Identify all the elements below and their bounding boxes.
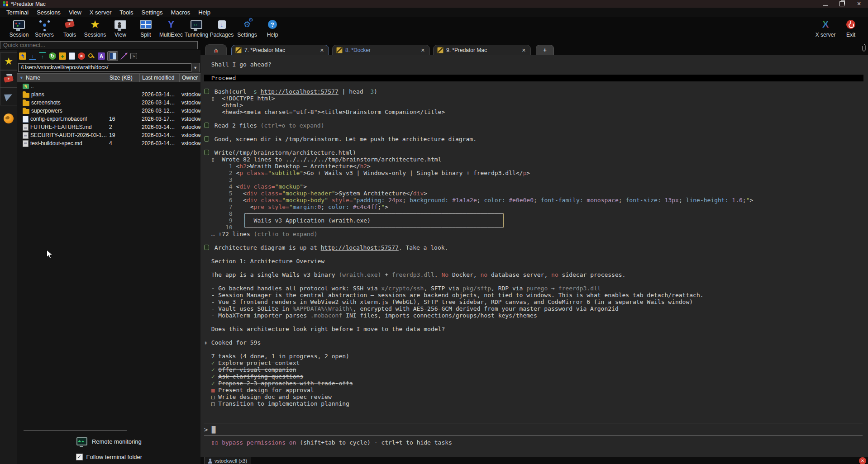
terminal-line: ⏺ Bash(curl -s http://localhost:57577 | … — [204, 88, 868, 95]
file-owner: vstockw — [179, 140, 201, 147]
file-row[interactable]: .. — [17, 82, 201, 90]
maximize-button[interactable] — [839, 1, 844, 6]
home-icon: ⌂ — [214, 47, 218, 53]
encoding-icon[interactable] — [98, 52, 105, 60]
toolbar-packages-button[interactable]: ↓ Packages — [209, 18, 234, 38]
file-icon — [23, 124, 29, 131]
monitor-user-icon — [114, 19, 126, 30]
close-icon[interactable]: ✕ — [319, 47, 325, 53]
file-row[interactable]: superpowers2026-03-12…vstockw — [17, 107, 201, 115]
terminal-line: ✓ Offer visual companion — [204, 366, 868, 373]
checkbox-checked-icon[interactable] — [76, 454, 83, 460]
file-list: ..plans2026-03-14…vstockwscreenshots2026… — [17, 82, 201, 147]
menu-x-server[interactable]: X server — [90, 9, 111, 16]
close-icon[interactable]: ✕ — [521, 47, 527, 53]
close-terminal-button[interactable]: ✕ — [859, 457, 866, 464]
sidebar-tab-sessions[interactable]: ★ — [0, 52, 17, 70]
tab-7-predator-mac[interactable]: 7. *Predator Mac ✕ — [231, 45, 329, 55]
toolbar-tunneling-button[interactable]: Tunneling — [184, 18, 209, 38]
power-icon — [846, 19, 855, 30]
file-row[interactable]: SECURITY-AUDIT-2026-03-1…192026-03-14…vs… — [17, 131, 201, 139]
toolbar-multiexec-button[interactable]: Y MultiExec — [158, 18, 184, 38]
minimize-button[interactable] — [823, 2, 828, 6]
file-row[interactable]: test-buildout-spec.md42026-03-14…vstockw — [17, 139, 201, 147]
file-owner: vstockw — [179, 99, 201, 106]
terminal-line: ⏺ Good, screen dir is /tmp/brainstorm. L… — [204, 136, 868, 142]
terminal-line: 1 <h2>Wraith Desktop — Architecture</h2> — [204, 163, 868, 170]
terminal-line: ⏺ Architecture diagram is up at http://l… — [204, 244, 868, 251]
close-icon[interactable]: ✕ — [420, 47, 426, 53]
menu-terminal[interactable]: Terminal — [6, 9, 29, 16]
terminal-line — [204, 265, 868, 271]
menu-macros[interactable]: Macros — [171, 9, 191, 16]
upload-icon[interactable] — [39, 52, 46, 60]
toolbar-help-button[interactable]: ? Help — [260, 18, 285, 38]
toolbar-view-button[interactable]: View — [108, 18, 133, 38]
toolbar-settings-button[interactable]: ⚙ Settings — [234, 18, 260, 38]
menu-view[interactable]: View — [69, 9, 81, 16]
terminal-prompt[interactable]: > █ — [204, 423, 868, 436]
file-row[interactable]: FUTURE-FEATURES.md22026-03-14…vstockw — [17, 123, 201, 131]
tab-8-docker[interactable]: 8. *Docker ✕ — [332, 45, 430, 55]
terminal-selection-line: Proceed — [204, 75, 863, 81]
new-tab-button[interactable] — [536, 45, 554, 55]
sidebar-tab-tools[interactable] — [0, 70, 17, 88]
toolbar-tools-button[interactable]: Tools — [57, 18, 82, 38]
paperclip-icon[interactable] — [862, 44, 868, 55]
sidebar-tab-macros[interactable] — [0, 88, 17, 105]
tab-9-predator-mac[interactable]: 9. *Predator Mac ✕ — [433, 45, 531, 55]
toolbar-exit-button[interactable]: Exit — [838, 18, 863, 38]
parent-folder-icon[interactable] — [19, 52, 26, 60]
toolbar-sessions-button[interactable]: ★ Sessions — [82, 18, 108, 38]
close-button[interactable]: ✕ — [856, 1, 862, 7]
refresh-icon[interactable] — [49, 52, 56, 60]
menu-tools[interactable]: Tools — [119, 9, 133, 16]
toolbar-split-button[interactable]: Split — [133, 18, 158, 38]
terminal-line: Does this architecture look right before… — [204, 326, 868, 332]
toolbar-session-button[interactable]: Session — [6, 18, 32, 38]
remote-monitoring[interactable]: Remote monitoring — [17, 437, 201, 445]
column-modified[interactable]: Last modified — [139, 74, 179, 82]
tunneling-monitor-icon — [191, 19, 202, 30]
terminal-output: Shall I go ahead? Proceed ⏺ Bash(curl -s… — [200, 55, 868, 423]
toolbar-x-server-button[interactable]: X X server — [813, 18, 838, 38]
follow-terminal-folder[interactable]: Follow terminal folder — [17, 454, 201, 460]
column-size[interactable]: Size (KB) — [107, 74, 139, 82]
file-icon — [23, 132, 29, 139]
terminal[interactable]: Shall I go ahead? Proceed ⏺ Bash(curl -s… — [200, 55, 868, 457]
menu-settings[interactable]: Settings — [142, 9, 163, 16]
split-view-icon[interactable] — [108, 52, 118, 61]
file-row[interactable]: config-export.mobaconf162026-03-17…vstoc… — [17, 115, 201, 123]
column-name[interactable]: ▼Name — [17, 74, 107, 82]
globe-icon[interactable] — [4, 114, 14, 123]
path-dropdown-button[interactable]: ▼ — [191, 63, 200, 72]
file-icon — [23, 116, 29, 123]
divider — [204, 436, 863, 436]
path-input[interactable]: /Users/vstockwell/repos/wraith/docs/ — [18, 63, 191, 72]
sftp-file-panel: /Users/vstockwell/repos/wraith/docs/ ▼ ▼… — [17, 50, 201, 464]
new-folder-icon[interactable] — [59, 52, 66, 60]
terminal-line — [204, 68, 868, 75]
menu-sessions[interactable]: Sessions — [37, 9, 61, 16]
magic-wand-icon[interactable] — [120, 52, 128, 60]
file-row[interactable]: plans2026-03-14…vstockw — [17, 90, 201, 99]
terminal-line: 5 <div class="mockup-header">System Arch… — [204, 190, 868, 197]
file-row[interactable]: screenshots2026-03-14…vstockw — [17, 99, 201, 107]
terminal-line: ✳ Cooked for 59s — [204, 339, 868, 346]
file-toolbar — [17, 50, 201, 62]
download-icon[interactable] — [29, 52, 36, 60]
divider — [24, 431, 127, 431]
monitoring-icon — [76, 437, 87, 445]
open-terminal-icon[interactable] — [130, 53, 137, 59]
home-tab[interactable]: ⌂ — [205, 44, 227, 55]
column-owner[interactable]: Owner — [179, 74, 201, 82]
main-toolbar: Session Servers Tools ★ Sessions View Sp… — [0, 17, 868, 41]
toolbar-servers-button[interactable]: Servers — [32, 18, 57, 38]
user-session-tab[interactable]: vstockwell (x3) — [204, 457, 251, 464]
quick-connect-input[interactable] — [0, 41, 198, 49]
file-modified: 2026-03-17… — [139, 116, 179, 122]
menu-help[interactable]: Help — [198, 9, 210, 16]
new-file-icon[interactable] — [69, 52, 75, 60]
key-icon[interactable] — [88, 52, 95, 60]
delete-icon[interactable] — [78, 52, 85, 60]
